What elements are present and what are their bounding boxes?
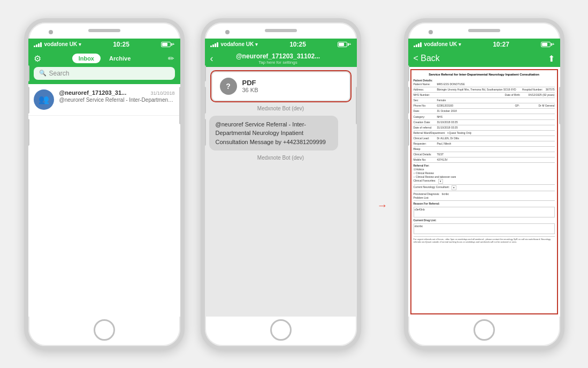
nav-bar-1: ⚙ Inbox Archive ✏ (28, 50, 180, 67)
message-header-1: @neuroref_171203_31... 31/10/2018 (59, 89, 175, 96)
doc-share-icon[interactable]: ⬆ (548, 54, 555, 64)
signal-bar-9 (414, 46, 415, 47)
doc-clinical-review-takeover: ○ Clinical Review and takeover care (414, 175, 555, 179)
doc-field-cdetails-value: TEST (437, 153, 444, 156)
signal-bar-4 (40, 42, 42, 47)
phone-side-button-5 (204, 87, 206, 114)
carrier-name-1: vodafone UK (44, 41, 78, 47)
pdf-info: PDF 36 KB (242, 79, 258, 93)
doc-inner: Service Referral for Inter-Departmental … (414, 72, 555, 244)
message-sender-1: @neuroref_171203_31... (59, 89, 127, 96)
doc-field-req-label: Requester: (414, 142, 435, 146)
phone-side-button-7 (407, 65, 409, 81)
phone-side-button-right-2 (356, 87, 358, 124)
doc-field-address-label: Address: (414, 88, 435, 92)
status-left-3: vodafone UK ▾ (414, 41, 462, 47)
nav-subtitle-2: Tap here for settings (213, 60, 343, 65)
screen-2: vodafone UK ▾ 10:25 + ‹ @neuroref_171203… (205, 39, 357, 317)
doc-row-requester: Requester: Paul, Nilesh (414, 142, 555, 147)
doc-patient-section: Patient Details: Patient Name: MRS ESS D… (414, 79, 555, 114)
status-right-1: + (161, 42, 175, 47)
status-right-3: + (541, 42, 555, 47)
status-bar-3: vodafone UK ▾ 10:27 + (408, 39, 560, 50)
doc-field-category-value: NHS (437, 115, 443, 119)
message-date-1: 31/10/2018 (150, 91, 174, 96)
doc-field-gp-label: GP: (515, 104, 536, 108)
carrier-name-2: vodafone UK (221, 41, 254, 47)
doc-diagnosis-section: Provisional Diagnosis: Problem List: bcn… (414, 192, 555, 201)
wifi-icon-1: ▾ (79, 42, 81, 47)
phone-1: vodafone UK ▾ 10:25 + ⚙ Inbox Archive ✏ (24, 18, 185, 350)
doc-field-patient-name-label: Patient Name: (414, 82, 435, 86)
message-item-1[interactable]: 👥 @neuroref_171203_31... 31/10/2018 @neu… (28, 84, 180, 116)
avatar-1: 👥 (34, 89, 54, 110)
doc-row-neuro-consultant: Current Neurology Consultant: ▾ (414, 185, 555, 191)
gear-icon-1[interactable]: ⚙ (34, 54, 41, 64)
carrier-name-3: vodafone UK (424, 41, 457, 47)
doc-content-3: Service Referral for Inter-Departmental … (410, 69, 558, 314)
status-right-2: + (338, 42, 352, 47)
doc-field-clead-value: Dr ALLEN, Dr Dilts (437, 137, 459, 140)
compose-icon-1[interactable]: ✏ (168, 54, 174, 63)
phone-home-button-2[interactable] (270, 319, 292, 341)
phone-side-button-3 (27, 119, 29, 146)
arrow-right-icon: → (377, 199, 388, 212)
battery-icon-3 (541, 42, 551, 47)
doc-row-category: Category: NHS (414, 115, 555, 120)
phone-side-button-2 (27, 87, 29, 114)
pdf-attachment[interactable]: ? PDF 36 KB (211, 71, 350, 101)
doc-patient-label: Patient Details: (414, 79, 555, 82)
signal-bar-8 (217, 42, 218, 47)
signal-bars-2 (210, 42, 218, 47)
doc-field-mobile-value: 437413V (437, 158, 448, 162)
battery-plug-3: + (552, 42, 555, 47)
doc-field-req-value: Paul, Nilesh (437, 142, 452, 146)
screen-3: vodafone UK ▾ 10:27 + < Back ⬆ Service R… (408, 39, 560, 317)
doc-screen-3: Service Referral for Inter-Departmental … (408, 67, 560, 317)
signal-bar-11 (418, 43, 419, 47)
doc-clinical-review: ○ Clinical Review (414, 171, 555, 175)
tab-inbox[interactable]: Inbox (72, 54, 101, 63)
doc-field-nhs-label: NHS Number: (414, 93, 435, 97)
doc-nav-3: < Back ⬆ (408, 50, 560, 67)
doc-field-gp-value: Dr M General (538, 104, 554, 108)
doc-reason-value: v3e43nb (414, 207, 555, 217)
doc-drug-section: Current Drug List: xbcnbc (414, 219, 555, 234)
status-bar-2: vodafone UK ▾ 10:25 + (205, 39, 357, 50)
phone-side-button-6 (204, 119, 206, 146)
doc-field-date-value: 31 October 2018 (437, 109, 457, 113)
doc-field-patient-name-value: MRS ESS DONOTUSE (437, 82, 465, 86)
back-button-3[interactable]: < Back (414, 54, 440, 63)
time-3: 10:27 (493, 41, 509, 48)
doc-field-sex-value: Female (437, 99, 446, 102)
bot-label-1: Medxnote Bot (dev) (209, 106, 353, 111)
avatar-icon-1: 👥 (39, 94, 49, 104)
battery-plug-1: + (172, 42, 175, 47)
status-left-1: vodafone UK ▾ (34, 41, 82, 47)
doc-field-creation-label: Creation Date: (414, 121, 435, 124)
phone-home-button-1[interactable] (94, 319, 115, 341)
doc-row-clin-fav: Clinical Favourites: ▾ (414, 179, 555, 185)
signal-bar-5 (210, 46, 212, 47)
doc-referral-section: Referral For: ☑ Advice ○ Clinical Review… (414, 164, 555, 191)
message-content-1: @neuroref_171203_31... 31/10/2018 @neuro… (59, 89, 175, 103)
doc-field-mobile-label: Mobile No: (414, 158, 435, 162)
battery-fill-3 (542, 43, 548, 46)
doc-row-address: Address: Bbringtn Unvrsty Hsptl Nhs, Tre… (414, 88, 555, 93)
signal-bar-6 (212, 44, 214, 47)
status-left-2: vodafone UK ▾ (210, 41, 258, 47)
doc-field-ward-label: Referral Ward/Department: (414, 131, 446, 135)
wifi-icon-3: ▾ (459, 42, 461, 47)
search-input-1[interactable]: 🔍 Search (34, 67, 175, 80)
chat-bubble-1: @neuroref Service Referral - Inter-Depar… (209, 116, 338, 151)
search-bar-1: 🔍 Search (28, 67, 180, 84)
doc-field-category-label: Category: (414, 115, 435, 119)
doc-row-clinical-details: Clinical Details: TEST (414, 153, 555, 157)
doc-reason-section: Reason For Referral: v3e43nb (414, 202, 555, 217)
tab-archive[interactable]: Archive (103, 54, 137, 63)
doc-field-sex-label: Sex: (414, 99, 435, 102)
phone-home-button-3[interactable] (474, 319, 495, 341)
battery-fill-1 (162, 43, 168, 46)
doc-field-neuro-dropdown: ▾ (452, 185, 456, 190)
search-placeholder-1: Search (49, 70, 70, 77)
